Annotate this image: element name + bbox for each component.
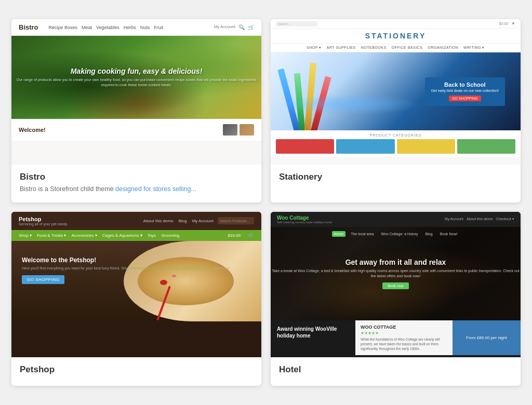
stationery-cta-title: Back to School [431,82,499,88]
petshop-hero-title: Welcome to the Petshop! [22,256,230,264]
bistro-welcome-section: Welcome! [11,119,261,141]
petshop-tagline: Servicing all of your pet needs [19,222,68,226]
bistro-nav-links: Recipe Boxes Meat Vegetables Herbs Nuts … [49,25,164,30]
search-icon: 🔍 [238,24,245,30]
bistro-desc-link[interactable]: designed for stores selling... [115,185,196,193]
petshop-cat-accessories: Accessories ▾ [71,233,97,238]
hotel-logo-area: Woo Cottage Self catering country style … [277,215,332,224]
stationery-cta-box: Back to School Get early bird deals on o… [425,77,505,106]
stationery-cta-button: GO SHOPPING [449,96,481,101]
hotel-hero: Home The local area Woo Cottage: a histo… [271,227,521,320]
petshop-cat-shop: Shop ▾ [19,233,32,238]
stationery-cat-3 [397,139,455,154]
hotel-nav-checkout: Checkout ▾ [496,217,514,221]
petshop-cat-cages: Cages & Aquariums ▾ [102,233,142,238]
bistro-card-title: Bistro [20,172,253,182]
petshop-nav-account: My Account [192,219,214,223]
hotel-hero-subtitle: Take a break at Woo Cottage, a bed & bre… [271,268,521,279]
hotel-bottom-center: WOO COTTAGE ★★★★★ While the foundations … [355,320,453,355]
pencil-splatter [281,94,421,115]
hotel-tab-blog: Blog [423,231,435,237]
stationery-nav-shop: SHOP ▾ [307,46,322,50]
bistro-nav-icons: My Account 🔍 🛒 [214,24,254,30]
stationery-categories: PRODUCT CATEGORIES [271,130,521,157]
stationery-preview: Search… $0.00 ▼ STATIONERY SHOP ▾ ART SU… [271,19,521,165]
hotel-nav-links: My Account About this demo Checkout ▾ [445,217,514,221]
hotel-logo-sub: Self catering country style holiday home [277,221,332,224]
bistro-logo: Bistro [19,23,38,31]
stationery-nav-art: ART SUPPLIES [327,46,356,50]
stationery-cat-1 [276,139,334,154]
petshop-nav-links: About this demo Blog My Account [143,219,214,223]
stationery-top-bar: Search… $0.00 ▼ [271,19,521,29]
stationery-nav-org: ORGANIZATION [428,46,458,50]
leash-handle [160,280,167,285]
hotel-tab-book: Book Now! [438,231,460,237]
stationery-card-title: Stationery [279,172,512,182]
hotel-bottom-left: Award winning WooVille holiday home [271,320,355,355]
bistro-preview: Bistro Recipe Boxes Meat Vegetables Herb… [11,19,261,165]
petshop-preview: Petshop Servicing all of your pet needs … [11,212,261,357]
stationery-card[interactable]: Search… $0.00 ▼ STATIONERY SHOP ▾ ART SU… [271,19,521,203]
petshop-hero-subtitle: Here you'll find everything you need for… [22,266,230,271]
petshop-logo: Petshop [19,216,68,222]
hotel-award-title: Award winning WooVille holiday home [277,326,349,339]
theme-grid: Bistro Recipe Boxes Meat Vegetables Herb… [11,19,521,386]
hotel-card[interactable]: Woo Cottage Self catering country style … [271,212,521,386]
bistro-thumb-1 [223,124,237,136]
bistro-thumbnails [223,124,254,136]
petshop-cat-bar: Shop ▾ Food & Treats ▾ Accessories ▾ Cag… [11,230,261,241]
hotel-logo: Woo Cottage [277,215,332,221]
stationery-cat-title: PRODUCT CATEGORIES [276,133,515,137]
bistro-nav-link: Vegetables [96,25,119,30]
leash-body [156,286,171,320]
cart-icon: 🛒 [248,24,254,30]
stationery-brand: STATIONERY [274,32,517,40]
bistro-card-info: Bistro Bistro is a Storefront child them… [11,165,261,203]
bistro-card[interactable]: Bistro Recipe Boxes Meat Vegetables Herb… [11,19,261,203]
petshop-shop-button: GO SHOPPING [22,275,64,284]
account-icon: My Account [214,24,235,30]
petshop-nav-blog: Blog [179,219,187,223]
stationery-cart-icon: ▼ [511,21,515,26]
bistro-nav-link: Recipe Boxes [49,25,78,30]
stationery-hero: Back to School Get early bird deals on o… [271,52,521,130]
hotel-hero-title: Get away from it all and relax [271,258,521,266]
petshop-nav-about: About this demo [143,219,174,223]
bistro-nav-link: Herbs [124,25,136,30]
petshop-card[interactable]: Petshop Servicing all of your pet needs … [11,212,261,386]
stationery-cat-row [276,139,515,154]
hotel-hero-text: Get away from it all and relax Take a br… [271,258,521,289]
petshop-hero-text: Welcome to the Petshop! Here you'll find… [22,256,230,284]
petshop-leash [153,280,174,321]
stationery-nav-office: OFFICE BASICS [392,46,423,50]
petshop-cat-toys: Toys [148,233,156,238]
stationery-logo-bar: STATIONERY [271,29,521,44]
hotel-stars: ★★★★★ [361,331,447,335]
petshop-price: $33.00 [228,233,241,238]
hotel-nav-about: About this demo [467,217,493,221]
bistro-nav-link: Meat [82,25,92,30]
hotel-card-info: Hotel [271,357,521,386]
stationery-nav-notebooks: NOTEBOOKS [361,46,387,50]
stationery-cta-subtitle: Get early bird deals on our new collecti… [431,89,499,92]
stationery-pencils-area [271,52,421,130]
hotel-nav: Woo Cottage Self catering country style … [271,212,521,227]
hotel-center-brand: WOO COTTAGE [361,325,447,330]
bistro-card-desc: Bistro is a Storefront child theme desig… [20,185,253,194]
bistro-hero-text: Making cooking fun, easy & delicious! Ou… [11,67,261,88]
hotel-price: From £89.00 per night [466,335,507,340]
stationery-nav-writing: WRITING ▾ [463,46,485,50]
bistro-hero: Making cooking fun, easy & delicious! Ou… [11,36,261,119]
hotel-card-title: Hotel [279,365,512,375]
hotel-nav-account: My Account [445,217,463,221]
hotel-preview: Woo Cottage Self catering country style … [271,212,521,357]
petshop-card-info: Petshop [11,357,261,386]
stationery-search: Search… [276,21,317,26]
petshop-hero: Welcome to the Petshop! Here you'll find… [11,241,261,321]
bistro-welcome-text: Welcome! [19,127,46,133]
stationery-nav-bar: SHOP ▾ ART SUPPLIES NOTEBOOKS OFFICE BAS… [271,44,521,52]
petshop-search: Search Products... [218,217,254,224]
hotel-bottom-right: From £89.00 per night [453,320,521,355]
stationery-cat-2 [336,139,394,154]
